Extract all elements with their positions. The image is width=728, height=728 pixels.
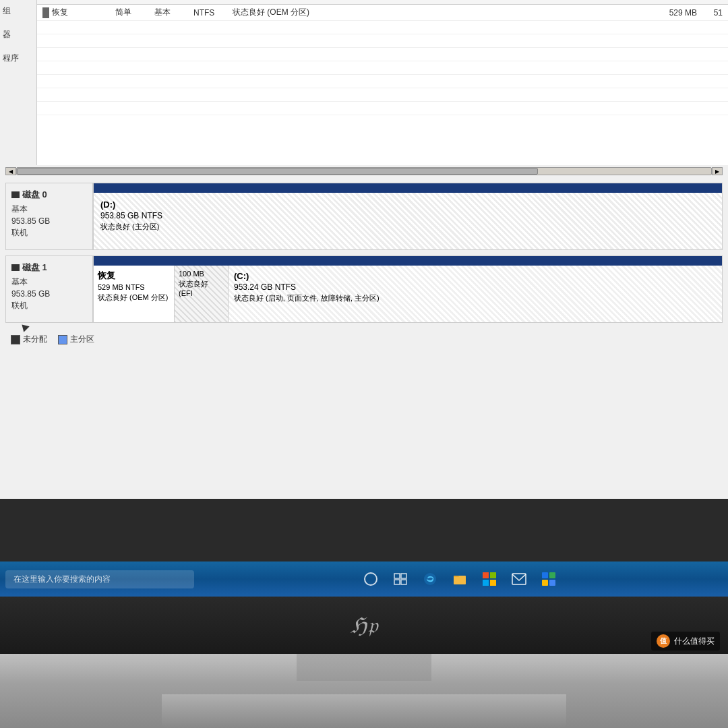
left-nav: 组 器 程序 xyxy=(0,0,37,165)
mail-button[interactable] xyxy=(508,568,530,590)
legend-primary-box xyxy=(58,335,67,344)
table-row-empty-5 xyxy=(37,75,728,88)
task-view-button[interactable] xyxy=(390,568,411,590)
disk0-size: 953.85 GB xyxy=(11,216,87,226)
svg-rect-11 xyxy=(512,574,526,584)
disk1-partition-header xyxy=(94,256,722,266)
disk1-efi-partition[interactable]: 100 MB 状态良好 (EFI xyxy=(175,266,229,322)
disk-bar-icon xyxy=(42,7,49,18)
svg-rect-9 xyxy=(483,580,489,586)
disk1-recover-status: 状态良好 (OEM 分区) xyxy=(98,293,170,303)
disk0-d-partition[interactable]: (D:) 953.85 GB NTFS 状态良好 (主分区) xyxy=(94,193,722,249)
disk1-recover-size: 529 MB NTFS xyxy=(98,283,170,291)
table-row-empty-6 xyxy=(37,88,728,102)
row-size: 529 MB xyxy=(643,8,697,18)
disk0-icon xyxy=(11,191,20,198)
file-explorer-icon xyxy=(452,572,467,586)
svg-rect-7 xyxy=(483,572,489,578)
taskbar-center-icons xyxy=(360,568,559,590)
disk1-status: 联机 xyxy=(11,300,87,311)
disk-management-window: 组 器 程序 xyxy=(0,0,728,499)
disk1-type: 基本 xyxy=(11,276,87,288)
disk1-efi-size: 100 MB xyxy=(179,270,224,278)
mail-icon xyxy=(512,572,526,586)
svg-rect-15 xyxy=(549,580,555,586)
search-taskbar-button[interactable] xyxy=(360,568,382,590)
svg-rect-3 xyxy=(394,580,400,584)
disk1-c-size: 953.24 GB NTFS xyxy=(234,282,717,292)
disk0-status: 联机 xyxy=(11,227,87,239)
table-row-empty-4 xyxy=(37,61,728,75)
legend-unallocated-label: 未分配 xyxy=(23,334,47,345)
svg-rect-14 xyxy=(542,580,548,586)
watermark-logo-icon: 值 xyxy=(657,634,670,648)
legend-primary-label: 主分区 xyxy=(70,334,94,345)
nav-item-program: 程序 xyxy=(3,53,34,64)
edge-browser-button[interactable] xyxy=(419,568,441,590)
legend-area: 未分配 主分区 xyxy=(5,328,723,351)
partition-table: 恢复 简单 基本 NTFS 状态良好 (OEM 分区) 529 MB 51 xyxy=(37,0,728,165)
disk0-name: 磁盘 0 xyxy=(11,189,87,201)
svg-rect-10 xyxy=(490,580,496,586)
scroll-left-arrow[interactable]: ◀ xyxy=(5,167,16,175)
disk1-label: 磁盘 1 基本 953.85 GB 联机 xyxy=(5,255,93,323)
table-row-empty-2 xyxy=(37,34,728,48)
svg-rect-13 xyxy=(549,572,555,578)
nav-item-device: 器 xyxy=(3,29,34,40)
horizontal-scrollbar[interactable]: ◀ ▶ xyxy=(5,165,723,177)
table-row-recover[interactable]: 恢复 简单 基本 NTFS 状态良好 (OEM 分区) 529 MB 51 xyxy=(37,5,728,21)
monitor-stand xyxy=(0,654,728,728)
row-filesystem: NTFS xyxy=(193,8,227,18)
svg-rect-12 xyxy=(542,572,548,578)
disk0-d-size: 953.85 GB NTFS xyxy=(100,211,715,220)
search-circle-icon xyxy=(364,572,377,586)
disk1-recover-partition[interactable]: 恢复 529 MB NTFS 状态良好 (OEM 分区) xyxy=(94,266,175,322)
disk1-c-status: 状态良好 (启动, 页面文件, 故障转储, 主分区) xyxy=(234,293,717,303)
watermark-site-name: 什么值得买 xyxy=(674,636,715,647)
disk0-partition-body: (D:) 953.85 GB NTFS 状态良好 (主分区) xyxy=(94,193,722,249)
disk0-partitions: (D:) 953.85 GB NTFS 状态良好 (主分区) xyxy=(93,183,723,250)
disk0-type: 基本 xyxy=(11,204,87,215)
disk-view-area: 磁盘 0 基本 953.85 GB 联机 (D:) 953.85 GB NTFS… xyxy=(5,183,723,351)
stand-base xyxy=(162,694,566,728)
svg-rect-1 xyxy=(394,574,400,578)
nav-item-group: 组 xyxy=(3,5,34,17)
disk1-partition-body: 恢复 529 MB NTFS 状态良好 (OEM 分区) 100 MB 状态良好… xyxy=(94,266,722,322)
svg-rect-4 xyxy=(401,580,406,584)
legend-unallocated: 未分配 xyxy=(11,334,47,345)
legend-unallocated-box xyxy=(11,335,20,344)
disk1-size: 953.85 GB xyxy=(11,289,87,299)
disk1-efi-status: 状态良好 (EFI xyxy=(179,279,224,297)
table-row-empty-3 xyxy=(37,48,728,61)
task-view-icon xyxy=(394,572,407,586)
row-type: 基本 xyxy=(154,7,188,18)
svg-rect-8 xyxy=(490,572,496,578)
disk1-row: 磁盘 1 基本 953.85 GB 联机 恢复 529 MB NTFS 状态良好… xyxy=(5,255,723,323)
file-explorer-button[interactable] xyxy=(449,568,471,590)
taskbar-search-box[interactable]: 在这里输入你要搜索的内容 xyxy=(5,570,194,588)
photo-app-button[interactable] xyxy=(538,568,559,590)
disk1-c-partition[interactable]: (C:) 953.24 GB NTFS 状态良好 (启动, 页面文件, 故障转储… xyxy=(229,266,722,322)
ms-store-button[interactable] xyxy=(479,568,500,590)
disk0-d-status: 状态良好 (主分区) xyxy=(100,222,715,232)
disk1-partitions: 恢复 529 MB NTFS 状态良好 (OEM 分区) 100 MB 状态良好… xyxy=(93,255,723,323)
disk0-label: 磁盘 0 基本 953.85 GB 联机 xyxy=(5,183,93,250)
disk0-d-label: (D:) xyxy=(100,200,715,210)
taskbar: 在这里输入你要搜索的内容 xyxy=(0,562,728,597)
edge-icon xyxy=(423,572,437,586)
photo-icon xyxy=(541,572,556,586)
scrollbar-track[interactable] xyxy=(16,167,712,175)
watermark: 值 什么值得买 xyxy=(651,632,720,650)
row-layout: 简单 xyxy=(115,7,149,18)
disk1-c-label: (C:) xyxy=(234,271,717,281)
disk0-row: 磁盘 0 基本 953.85 GB 联机 (D:) 953.85 GB NTFS… xyxy=(5,183,723,250)
svg-point-5 xyxy=(424,573,436,585)
table-row-empty-1 xyxy=(37,21,728,34)
svg-rect-2 xyxy=(401,574,406,578)
hp-logo: ℌ𝔭 xyxy=(351,613,377,638)
row-num: 51 xyxy=(702,8,723,18)
scroll-right-arrow[interactable]: ▶ xyxy=(712,167,723,175)
scrollbar-thumb[interactable] xyxy=(17,168,538,175)
row-name: 恢复 xyxy=(42,7,110,18)
row-status: 状态良好 (OEM 分区) xyxy=(233,7,638,18)
